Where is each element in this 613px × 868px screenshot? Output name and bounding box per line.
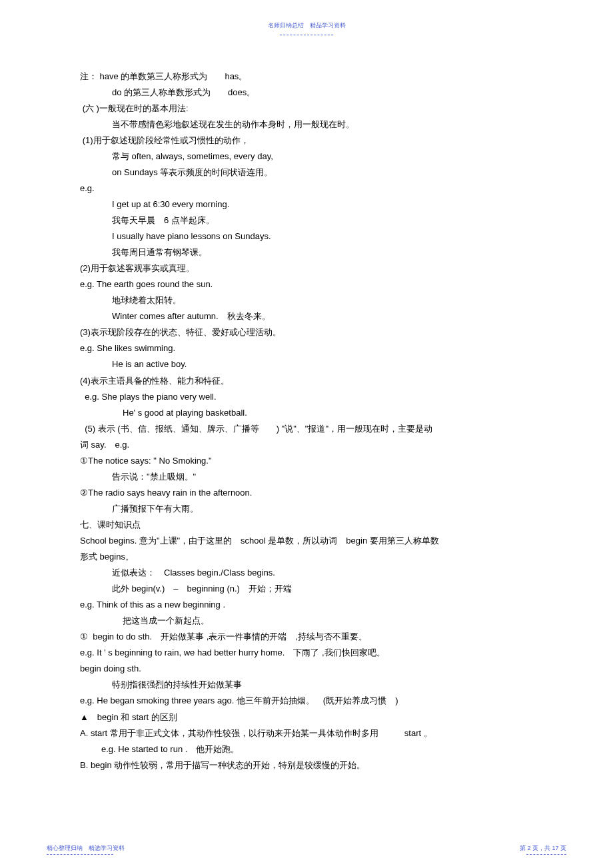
content-line: (4)表示主语具备的性格、能力和特征。 xyxy=(80,373,533,389)
content-line: e.g. It ' s beginning to rain, we had be… xyxy=(80,645,533,661)
content-line: (六 )一般现在时的基本用法: xyxy=(80,101,533,117)
footer-right-underline xyxy=(526,854,566,855)
footer-left-underline xyxy=(47,854,113,855)
content-line: on Sundays 等表示频度的时间状语连用。 xyxy=(80,165,533,181)
content-line: ①The notice says: " No Smoking." xyxy=(80,453,533,469)
content-line: 特别指很强烈的持续性开始做某事 xyxy=(80,677,533,693)
content-line: A. start 常用于非正式文体，其动作性较强，以行动来开始某一具体动作时多用… xyxy=(80,725,533,741)
content-line: 注： have 的单数第三人称形式为 has。 xyxy=(80,69,533,85)
content-line: e.g. xyxy=(80,181,533,197)
content-line: (5) 表示 (书、信、报纸、通知、牌示、广播等 ) "说"、"报道"，用一般现… xyxy=(80,421,533,437)
content-line: 形式 begins。 xyxy=(80,549,533,565)
content-line: He is an active boy. xyxy=(80,356,533,372)
header-underline xyxy=(280,35,333,35)
content-line: 常与 often, always, sometimes, every day, xyxy=(80,149,533,165)
content-line: ▲ begin 和 start 的区别 xyxy=(80,709,533,725)
content-line: e.g. Think of this as a new beginning . xyxy=(80,597,533,613)
content-line: 我每天早晨 6 点半起床。 xyxy=(80,213,533,228)
content-line: (3)表示现阶段存在的状态、特征、爱好或心理活动。 xyxy=(80,324,533,340)
footer-left-text: 精心整理归纳 精选学习资料 xyxy=(47,843,125,854)
content-line: 把这当成一个新起点。 xyxy=(80,613,533,629)
content-line: He' s good at playing basketball. xyxy=(80,405,533,421)
content-line: 广播预报下午有大雨。 xyxy=(80,501,533,517)
content-line: e.g. The earth goes round the sun. xyxy=(80,276,533,292)
content-line: e.g. She plays the piano very well. xyxy=(80,389,533,405)
content-line: B. begin 动作性较弱，常用于描写一种状态的开始，特别是较缓慢的开始。 xyxy=(80,757,533,773)
content-line: 我每周日通常有钢琴课。 xyxy=(80,244,533,260)
content-line: do 的第三人称单数形式为 does。 xyxy=(80,85,533,101)
content-line: begin doing sth. xyxy=(80,661,533,677)
content-line: I usually have piano lessons on Sundays. xyxy=(80,228,533,244)
content-line: 此外 begin(v.) – beginning (n.) 开始；开端 xyxy=(80,581,533,597)
content-line: (2)用于叙述客观事实或真理。 xyxy=(80,260,533,276)
header-text: 名师归纳总结 精品学习资料 xyxy=(80,20,533,31)
content-line: (1)用于叙述现阶段经常性或习惯性的动作， xyxy=(80,133,533,149)
content-line: ① begin to do sth. 开始做某事 ,表示一件事情的开端 ,持续与… xyxy=(80,629,533,645)
content-line: e.g. She likes swimming. xyxy=(80,340,533,356)
content-line: 词 say. e.g. xyxy=(80,437,533,453)
content-line: e.g. He began smoking three years ago. 他… xyxy=(80,693,533,709)
content-line: 告示说："禁止吸烟。" xyxy=(80,469,533,485)
content-line: 当不带感情色彩地叙述现在发生的动作本身时，用一般现在时。 xyxy=(80,117,533,133)
content-line: e.g. He started to run . 他开始跑。 xyxy=(80,741,533,757)
content-line: 七、课时知识点 xyxy=(80,517,533,533)
footer: 精心整理归纳 精选学习资料 第 2 页，共 17 页 xyxy=(0,843,613,855)
content-line: School begins. 意为"上课"，由于这里的 school 是单数，所… xyxy=(80,533,533,549)
content-line: ②The radio says heavy rain in the aftern… xyxy=(80,485,533,501)
content-line: I get up at 6:30 every morning. xyxy=(80,197,533,213)
content-line: 近似表达： Classes begin./Class begins. xyxy=(80,565,533,581)
content-line: 地球绕着太阳转。 xyxy=(80,292,533,308)
footer-right-text: 第 2 页，共 17 页 xyxy=(520,843,566,854)
content-line: Winter comes after autumn. 秋去冬来。 xyxy=(80,308,533,324)
document-content: 注： have 的单数第三人称形式为 has。do 的第三人称单数形式为 doe… xyxy=(80,69,533,773)
